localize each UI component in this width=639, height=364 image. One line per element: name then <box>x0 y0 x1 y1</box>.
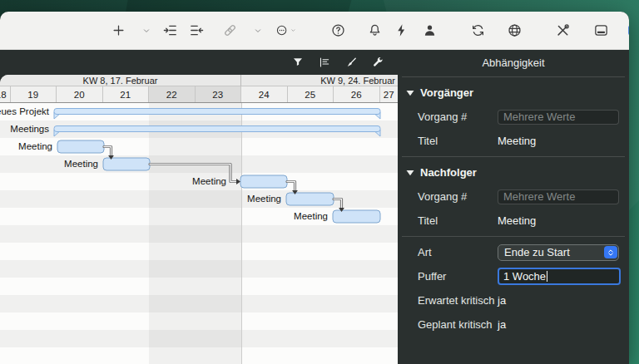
inspector-row: Geplant kritischja <box>398 312 629 337</box>
dependency-link-line <box>150 165 236 182</box>
disclosure-toggle[interactable] <box>406 90 414 96</box>
sync-icon <box>470 22 486 38</box>
section-title: Nachfolger <box>420 166 477 179</box>
text-caret <box>547 271 547 282</box>
style-button[interactable] <box>344 56 358 69</box>
field-label: Vorgang # <box>418 190 498 203</box>
day-header-cell: 20 <box>57 86 103 102</box>
week-header-cell: KW 9, 24. Februar <box>241 75 398 86</box>
gantt-summary-bar[interactable] <box>54 126 380 137</box>
outdent-button[interactable] <box>186 19 207 42</box>
question-circle-icon <box>330 22 346 38</box>
inspector-title: Abhängigkeit <box>482 57 544 69</box>
desktop: Abhängigkeit KW 8, 17. FebruarKW 9, 24. … <box>0 0 639 364</box>
plus-icon <box>111 22 126 38</box>
sync-button[interactable] <box>467 19 488 42</box>
select-value: Ende zu Start <box>504 246 570 258</box>
section-header-nachfolger[interactable]: Nachfolger <box>398 160 629 184</box>
vorgang-input[interactable]: Mehrere Werte <box>498 110 619 125</box>
timeline-day-row: 18192021222324252627 <box>0 86 398 103</box>
gantt-summary-bar[interactable] <box>54 109 380 120</box>
dependency-link-line <box>150 165 236 182</box>
day-label: 23 <box>212 90 223 100</box>
gantt-view: KW 8, 17. FebruarKW 9, 24. Februar 18192… <box>0 75 398 364</box>
help-button[interactable] <box>327 19 349 42</box>
link-button[interactable] <box>219 19 240 42</box>
gantt-task-bar[interactable] <box>240 175 287 188</box>
inspector-header: Abhängigkeit <box>398 50 629 75</box>
disclosure-triangle-icon <box>406 170 414 176</box>
inspector-section: ArtEnde zu StartPuffer1 WocheErwartet kr… <box>398 237 629 340</box>
globe-icon <box>507 22 523 38</box>
filter-button[interactable] <box>291 56 305 69</box>
week-header-cell: KW 8, 17. Februar <box>0 75 241 86</box>
app-window: Abhängigkeit KW 8, 17. FebruarKW 9, 24. … <box>0 12 629 364</box>
panel-bottom-button[interactable] <box>590 19 612 42</box>
add-button[interactable] <box>107 19 129 42</box>
adjust-button[interactable] <box>371 56 384 69</box>
select-stepper-icon[interactable] <box>604 246 617 258</box>
disclosure-toggle[interactable] <box>406 170 414 176</box>
inspector-row: Vorgang #Mehrere Werte <box>398 184 629 209</box>
field-label: Vorgang # <box>418 111 498 123</box>
outline-button[interactable] <box>318 56 331 69</box>
more-button[interactable] <box>275 19 297 42</box>
link-menu-button[interactable] <box>250 19 265 42</box>
gantt-chart: Neues ProjektMeetingsMeetingMeetingMeeti… <box>0 103 398 364</box>
gantt-task-bar[interactable] <box>333 210 380 223</box>
day-header-cell: 21 <box>103 86 150 102</box>
timeline-week-row: KW 8, 17. FebruarKW 9, 24. Februar <box>0 75 398 86</box>
disclosure-triangle-icon <box>406 90 414 96</box>
dependency-link[interactable] <box>150 165 240 184</box>
day-header-cell: 25 <box>288 86 334 102</box>
input-value: 1 Woche <box>503 270 546 283</box>
inspector-section: NachfolgerVorgang #Mehrere WerteTitelMee… <box>398 157 629 236</box>
ellipsis-circle-icon <box>275 22 288 38</box>
inspector-row: ArtEnde zu Start <box>398 240 629 264</box>
brush-icon <box>344 56 358 69</box>
field-label: Titel <box>418 214 498 227</box>
day-header-cell: 24 <box>241 86 288 102</box>
section-title: Vorgänger <box>420 86 473 99</box>
field-label: Puffer <box>418 270 498 283</box>
chevron-down-icon <box>252 25 264 37</box>
day-header-cell: 18 <box>0 86 11 102</box>
gantt-task-bar[interactable] <box>286 193 334 205</box>
inspector-row: Puffer1 Woche <box>398 264 629 288</box>
inspector-section: VorgängerVorgang #Mehrere WerteTitelMeet… <box>398 77 629 156</box>
activity-button[interactable] <box>390 19 412 42</box>
puffer-input[interactable]: 1 Woche <box>498 268 621 285</box>
gantt-task-bar[interactable] <box>57 140 104 153</box>
field-value: ja <box>498 294 506 307</box>
wrench-icon <box>371 56 384 69</box>
day-label: 22 <box>166 90 177 100</box>
field-label: Art <box>418 246 498 258</box>
section-header-vorgänger[interactable]: Vorgänger <box>398 81 629 105</box>
add-menu-button[interactable] <box>139 19 154 42</box>
day-label: 20 <box>74 90 85 100</box>
panel-right-button[interactable] <box>623 19 629 42</box>
gantt-task-bar[interactable] <box>103 158 150 170</box>
indent-icon <box>162 22 178 38</box>
settings-button[interactable] <box>552 19 573 42</box>
dependency-link-line <box>334 199 342 209</box>
indent-button[interactable] <box>159 19 181 42</box>
day-header-cell: 23 <box>196 86 242 102</box>
inspector-row: TitelMeeting <box>398 129 629 153</box>
field-label: Geplant kritisch <box>418 318 498 331</box>
gantt-view-toolbar <box>0 50 398 75</box>
vorgang-input[interactable]: Mehrere Werte <box>498 189 619 204</box>
publish-button[interactable] <box>503 19 525 42</box>
users-button[interactable] <box>419 19 440 42</box>
field-value: Meeting <box>498 135 536 147</box>
notifications-button[interactable] <box>364 19 385 42</box>
main-toolbar <box>0 12 629 50</box>
day-label: 24 <box>259 90 270 100</box>
outline-icon <box>318 56 331 69</box>
panel-right-icon <box>627 22 630 38</box>
dependency-link-line <box>287 182 295 191</box>
inspector-row: Erwartet kritischja <box>398 288 629 312</box>
field-label: Titel <box>418 135 498 147</box>
art-select[interactable]: Ende zu Start <box>498 244 619 261</box>
outdent-icon <box>189 22 205 38</box>
